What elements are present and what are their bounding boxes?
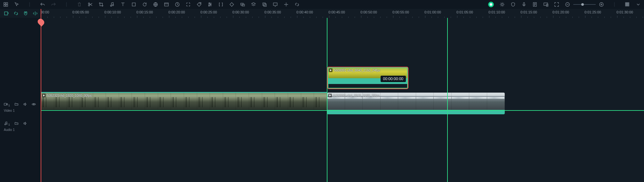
ruler-major-mark	[425, 16, 425, 18]
rotate-icon[interactable]	[142, 2, 147, 7]
video-icon	[42, 94, 46, 97]
svg-rect-31	[628, 3, 629, 4]
chain-icon[interactable]	[294, 2, 300, 7]
main-toolbar	[0, 0, 644, 9]
video-track-header[interactable]: 1 Video 1	[0, 100, 41, 114]
copy-icon[interactable]	[262, 2, 267, 7]
notes-icon[interactable]	[532, 2, 537, 7]
svg-point-40	[33, 104, 34, 105]
device-icon[interactable]	[543, 2, 548, 7]
avatar-icon[interactable]	[488, 2, 494, 7]
mute-icon[interactable]	[23, 121, 27, 126]
fullscreen-icon[interactable]	[554, 2, 559, 7]
clip-filename: 5608091-uhd_3840_2160_24fps	[334, 69, 380, 72]
add-track-icon[interactable]	[4, 11, 9, 16]
globe-icon[interactable]	[153, 2, 158, 7]
sparkle-icon[interactable]	[284, 2, 289, 7]
svg-rect-38	[4, 12, 8, 15]
ruler-major-mark	[41, 16, 41, 18]
tag-icon[interactable]	[197, 2, 202, 7]
undo-icon[interactable]	[40, 2, 45, 7]
svg-rect-2	[4, 5, 5, 6]
ruler-major-mark	[585, 16, 585, 18]
ruler-label: 0:01:10:00	[488, 9, 505, 14]
ruler-major-mark	[137, 16, 137, 18]
overlay-icon[interactable]	[240, 2, 245, 7]
ruler-label: 0:00:55:00	[392, 9, 409, 14]
ruler-major-mark	[105, 16, 105, 18]
diamond-icon[interactable]	[229, 2, 234, 7]
scissors-icon[interactable]	[88, 2, 93, 7]
music-note-icon: 1	[4, 121, 10, 126]
clock-icon[interactable]	[175, 2, 180, 7]
clip-drag-preview[interactable]: 5608091-uhd_3840_2160_24fps 00:00:00:00	[327, 67, 408, 89]
clip-forest[interactable]: 5352323-hd_1920_1080_30fps	[41, 93, 327, 110]
layers-icon[interactable]	[251, 2, 256, 7]
focus-icon[interactable]	[186, 2, 191, 7]
timeline-ruler[interactable]: 00:000:00:05:000:00:10:000:00:15:000:00:…	[41, 9, 644, 18]
ruler-label: 0:00:25:00	[200, 9, 217, 14]
video-icon	[328, 94, 332, 97]
ruler-major-mark	[553, 16, 553, 18]
sliders-icon[interactable]	[207, 2, 213, 7]
ruler-major-mark	[457, 16, 457, 18]
tracks-canvas[interactable]: 5352323-hd_1920_1080_30fps 5403599-uhd_3…	[41, 18, 644, 182]
grid-icon[interactable]	[3, 2, 8, 7]
clip-label: 5608091-uhd_3840_2160_24fps	[329, 68, 380, 72]
svg-rect-37	[628, 5, 629, 6]
ruler-major-mark	[297, 16, 297, 18]
track-subtoolbar	[0, 9, 41, 18]
svg-rect-20	[273, 3, 277, 5]
svg-point-42	[6, 124, 7, 125]
ruler-label: 0:01:15:00	[520, 9, 537, 14]
svg-point-6	[110, 5, 112, 6]
svg-point-5	[88, 5, 90, 6]
monitor-icon[interactable]	[273, 2, 278, 7]
ruler-major-mark	[201, 16, 201, 18]
ruler-label: 0:00:10:00	[104, 9, 121, 14]
shield-icon[interactable]	[511, 2, 516, 7]
caret-down-icon[interactable]	[636, 2, 641, 7]
mute-icon[interactable]	[23, 102, 27, 107]
split-all-icon[interactable]	[33, 11, 38, 16]
cursor-icon[interactable]	[14, 2, 19, 7]
zoom-in-button[interactable]	[599, 2, 604, 7]
toolbar-separator	[29, 2, 30, 7]
trash-icon[interactable]	[77, 2, 82, 7]
svg-point-12	[200, 3, 200, 4]
brackets-icon[interactable]	[218, 2, 223, 7]
svg-rect-1	[6, 3, 8, 4]
ruler-major-mark	[361, 16, 361, 18]
zoom-out-button[interactable]	[565, 2, 570, 7]
redo-icon[interactable]	[51, 2, 56, 7]
zoom-control	[565, 2, 604, 7]
ruler-label: 0:00:35:00	[264, 9, 281, 14]
folder-icon[interactable]	[14, 102, 19, 107]
clip-waves[interactable]: 5403599-uhd_3840_2160_25fps	[327, 93, 505, 114]
svg-rect-3	[6, 5, 8, 6]
svg-rect-32	[625, 4, 626, 5]
settings-gear-icon[interactable]	[500, 2, 505, 7]
svg-rect-33	[627, 4, 628, 5]
magnet-icon[interactable]	[23, 11, 28, 16]
video-track-label: Video 1	[4, 109, 37, 112]
ruler-label: 0:00:15:00	[136, 9, 153, 14]
folder-icon[interactable]	[14, 121, 19, 126]
crop-icon[interactable]	[99, 2, 104, 7]
ruler-label: 0:01:00:00	[424, 9, 441, 14]
svg-rect-39	[4, 103, 6, 105]
ruler-label: 0:00:05:00	[72, 9, 89, 14]
eye-icon[interactable]	[32, 102, 36, 107]
text-icon[interactable]	[120, 2, 125, 7]
music-note-icon[interactable]	[109, 2, 115, 7]
mosaic-icon[interactable]	[625, 2, 630, 7]
square-icon[interactable]	[131, 2, 136, 7]
audio-track-header[interactable]: 1 Audio 1	[0, 119, 41, 133]
svg-rect-34	[628, 4, 629, 5]
zoom-slider[interactable]	[573, 4, 596, 5]
ruler-major-mark	[329, 16, 329, 18]
link-icon[interactable]	[13, 11, 19, 16]
frame-icon[interactable]	[164, 2, 169, 7]
snap-guide-horizontal	[41, 92, 327, 93]
mic-icon[interactable]	[521, 2, 527, 7]
